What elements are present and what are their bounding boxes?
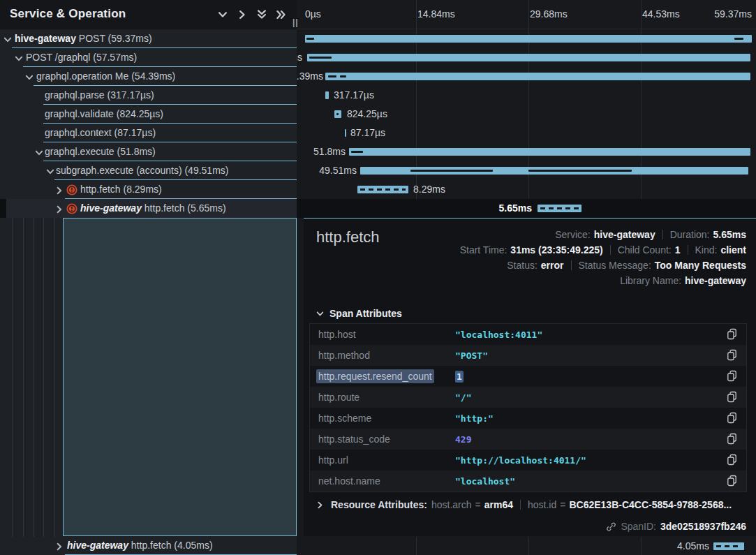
tree-row[interactable]: graphql.operation Me (54.39ms): [0, 67, 297, 86]
span-attributes-table: http.host"localhost:4011"http.method"POS…: [309, 323, 747, 492]
error-status-icon: [66, 184, 77, 195]
attribute-row: http.url"http://localhost:4011/": [310, 450, 746, 471]
duration-label: 87.17µs: [350, 127, 385, 138]
timeline-row[interactable]: 57.57ms: [297, 48, 756, 67]
double-chevron-right-icon[interactable]: [276, 10, 289, 21]
meta-separator: [662, 230, 663, 239]
chevron-down-icon: [316, 310, 324, 318]
axis-tick-label: 14.84ms: [417, 8, 455, 20]
meta-label: Library Name:: [620, 274, 681, 287]
meta-value: 31ms (23:35:49.225): [510, 244, 602, 256]
timeline-row-bottom[interactable]: 4.05ms: [297, 537, 756, 555]
child-span-mark: [306, 38, 314, 40]
tree-row[interactable]: POST /graphql (57.57ms): [0, 48, 297, 67]
duration-label: 5.65ms: [441, 202, 532, 214]
timeline-row[interactable]: 824.25µs: [297, 105, 756, 124]
copy-icon[interactable]: [727, 391, 738, 404]
span-meta-line: Library Name:hive-gateway: [620, 274, 746, 287]
tree-row[interactable]: graphql.execute (51.8ms): [0, 142, 297, 161]
copy-icon[interactable]: [727, 349, 738, 362]
resource-attributes-row[interactable]: Resource Attributes: host.arch=arm64host…: [316, 499, 732, 510]
span-bar[interactable]: [305, 35, 752, 43]
child-span-mark: [309, 57, 332, 59]
timeline-row[interactable]: 8.29ms: [297, 180, 756, 199]
timeline-row[interactable]: 317.17µs: [297, 86, 756, 105]
meta-label: Child Count:: [618, 244, 672, 256]
meta-label: Duration:: [670, 228, 710, 241]
span-bar[interactable]: [360, 167, 748, 175]
chevron-down-icon[interactable]: [46, 166, 54, 175]
chevron-down-icon[interactable]: [218, 10, 230, 21]
timeline-row[interactable]: 49.51ms: [297, 161, 756, 180]
span-bar[interactable]: [713, 542, 744, 550]
span-label: hive-gateway http.fetch (4.05ms): [67, 540, 213, 551]
tree-row[interactable]: subgraph.execute (accounts) (49.51ms): [0, 161, 297, 180]
span-title: http.fetch: [316, 228, 380, 246]
attribute-row: net.host.name"localhost": [310, 471, 746, 491]
equals-sign: =: [560, 499, 565, 510]
attribute-key: http.method: [318, 350, 455, 361]
indent-guide: [43, 161, 44, 555]
meta-label: Status Message:: [579, 259, 651, 272]
chevron-down-icon[interactable]: [35, 147, 43, 156]
chevron-right-icon[interactable]: [237, 10, 250, 21]
copy-icon[interactable]: [727, 328, 738, 341]
attribute-row: http.request.resend_count1: [310, 366, 746, 387]
attribute-key: http.route: [318, 392, 455, 403]
tree-row[interactable]: hive-gateway http.fetch (5.65ms): [0, 199, 297, 218]
tree-row[interactable]: graphql.validate (824.25µs): [0, 105, 297, 124]
duration-label: 317.17µs: [334, 89, 374, 101]
link-icon[interactable]: [606, 521, 616, 532]
copy-icon[interactable]: [727, 454, 738, 466]
chevron-down-icon[interactable]: [3, 34, 12, 43]
timeline-row[interactable]: 87.17µs: [297, 124, 756, 142]
span-bar[interactable]: [325, 73, 750, 80]
span-label: subgraph.execute (accounts) (49.51ms): [56, 165, 228, 176]
span-bar[interactable]: [349, 148, 750, 156]
selected-span-expansion: [63, 218, 297, 536]
child-span-mark: [734, 38, 743, 40]
duration-label: 51.8ms: [297, 146, 346, 157]
chevron-right-icon[interactable]: [55, 204, 64, 212]
double-chevron-down-icon[interactable]: [257, 10, 269, 21]
span-bar[interactable]: [357, 186, 408, 193]
duration-label: 824.25µs: [347, 108, 387, 119]
tree-row[interactable]: graphql.context (87.17µs): [0, 124, 297, 142]
tree-row[interactable]: hive-gateway POST (59.37ms): [0, 29, 297, 48]
copy-icon[interactable]: [727, 433, 738, 445]
span-meta: Service:hive-gatewayDuration:5.65msStart…: [460, 228, 746, 287]
span-meta-line: Start Time:31ms (23:35:49.225)Child Coun…: [460, 244, 746, 256]
tree-row[interactable]: graphql.parse (317.17µs): [0, 86, 297, 105]
span-bar[interactable]: [334, 110, 341, 118]
attribute-key: http.host: [318, 329, 455, 340]
tree-header-title: Service & Operation: [10, 7, 126, 21]
copy-icon[interactable]: [727, 475, 738, 487]
meta-label: Start Time:: [460, 244, 507, 256]
attribute-value: "http://localhost:4011/": [455, 455, 727, 466]
tree-row-bottom[interactable]: hive-gateway http.fetch (4.05ms): [0, 537, 297, 555]
timeline-row[interactable]: 54.39ms: [297, 67, 756, 86]
resource-key: host.id: [528, 499, 556, 510]
span-attributes-header[interactable]: Span Attributes: [316, 308, 402, 319]
duration-label: 57.57ms: [297, 52, 302, 63]
timeline-row[interactable]: [297, 29, 756, 48]
chevron-down-icon[interactable]: [25, 72, 34, 80]
pane-resize-handle[interactable]: ||: [292, 17, 299, 27]
chevron-right-icon[interactable]: [55, 185, 64, 193]
span-bar[interactable]: [325, 91, 329, 99]
span-bar[interactable]: [538, 205, 581, 212]
meta-label: Kind:: [695, 244, 718, 256]
attribute-value: "/": [455, 392, 727, 403]
span-bar[interactable]: [345, 129, 346, 137]
child-span-mark: [410, 170, 493, 172]
chevron-right-icon[interactable]: [55, 541, 64, 549]
attribute-row: http.status_code429: [310, 429, 746, 450]
copy-icon[interactable]: [727, 412, 738, 424]
meta-value: hive-gateway: [685, 274, 746, 287]
span-bar[interactable]: [307, 54, 750, 61]
timeline-row[interactable]: 5.65ms: [297, 199, 756, 218]
chevron-down-icon[interactable]: [15, 53, 23, 61]
copy-icon[interactable]: [727, 370, 738, 383]
timeline-row[interactable]: 51.8ms: [297, 142, 756, 161]
tree-row[interactable]: http.fetch (8.29ms): [0, 180, 297, 199]
